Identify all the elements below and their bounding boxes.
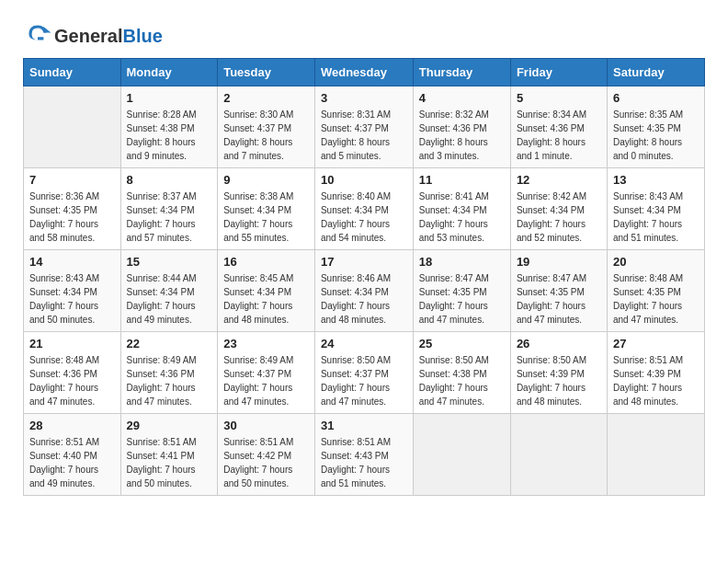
- weekday-header: Monday: [120, 59, 218, 86]
- calendar-cell: [413, 414, 510, 496]
- day-number: 15: [127, 255, 212, 269]
- day-info: Sunrise: 8:45 AMSunset: 4:34 PMDaylight:…: [223, 271, 309, 327]
- calendar-cell: 16Sunrise: 8:45 AMSunset: 4:34 PMDayligh…: [218, 250, 315, 332]
- day-info: Sunrise: 8:43 AMSunset: 4:34 PMDaylight:…: [29, 271, 115, 327]
- day-number: 25: [419, 337, 505, 350]
- day-info: Sunrise: 8:40 AMSunset: 4:34 PMDaylight:…: [321, 190, 407, 245]
- calendar-cell: 3Sunrise: 8:31 AMSunset: 4:37 PMDaylight…: [314, 86, 413, 168]
- day-info: Sunrise: 8:46 AMSunset: 4:34 PMDaylight:…: [321, 271, 407, 327]
- calendar-cell: 11Sunrise: 8:41 AMSunset: 4:34 PMDayligh…: [413, 168, 510, 250]
- day-number: 19: [517, 255, 601, 269]
- day-number: 26: [517, 337, 601, 350]
- day-info: Sunrise: 8:50 AMSunset: 4:39 PMDaylight:…: [517, 353, 601, 408]
- logo-text: GeneralBlue: [54, 26, 163, 46]
- calendar-cell: 4Sunrise: 8:32 AMSunset: 4:36 PMDaylight…: [413, 86, 510, 168]
- day-info: Sunrise: 8:44 AMSunset: 4:34 PMDaylight:…: [127, 271, 212, 327]
- day-info: Sunrise: 8:51 AMSunset: 4:39 PMDaylight:…: [613, 353, 699, 408]
- calendar-cell: 21Sunrise: 8:48 AMSunset: 4:36 PMDayligh…: [24, 332, 121, 414]
- calendar-cell: 31Sunrise: 8:51 AMSunset: 4:43 PMDayligh…: [314, 414, 413, 496]
- day-info: Sunrise: 8:35 AMSunset: 4:35 PMDaylight:…: [613, 108, 699, 163]
- day-number: 21: [29, 337, 115, 350]
- calendar-week-row: 21Sunrise: 8:48 AMSunset: 4:36 PMDayligh…: [24, 332, 705, 414]
- weekday-header: Thursday: [413, 59, 510, 86]
- day-number: 31: [321, 419, 407, 432]
- day-number: 1: [127, 91, 212, 105]
- calendar-cell: 7Sunrise: 8:36 AMSunset: 4:35 PMDaylight…: [24, 168, 121, 250]
- day-info: Sunrise: 8:32 AMSunset: 4:36 PMDaylight:…: [419, 108, 505, 163]
- calendar-cell: 22Sunrise: 8:49 AMSunset: 4:36 PMDayligh…: [120, 332, 218, 414]
- weekday-header: Friday: [510, 59, 607, 86]
- day-info: Sunrise: 8:50 AMSunset: 4:37 PMDaylight:…: [321, 353, 407, 408]
- day-info: Sunrise: 8:51 AMSunset: 4:41 PMDaylight:…: [127, 435, 212, 490]
- weekday-header: Saturday: [607, 59, 704, 86]
- day-info: Sunrise: 8:41 AMSunset: 4:34 PMDaylight:…: [419, 190, 505, 245]
- calendar-cell: 14Sunrise: 8:43 AMSunset: 4:34 PMDayligh…: [24, 250, 121, 332]
- day-number: 30: [223, 419, 309, 432]
- day-info: Sunrise: 8:48 AMSunset: 4:36 PMDaylight:…: [29, 353, 115, 408]
- calendar-cell: 29Sunrise: 8:51 AMSunset: 4:41 PMDayligh…: [120, 414, 218, 496]
- logo: GeneralBlue: [23, 23, 163, 49]
- day-info: Sunrise: 8:51 AMSunset: 4:43 PMDaylight:…: [321, 435, 407, 490]
- calendar-cell: 6Sunrise: 8:35 AMSunset: 4:35 PMDaylight…: [607, 86, 704, 168]
- day-info: Sunrise: 8:50 AMSunset: 4:38 PMDaylight:…: [419, 353, 505, 408]
- calendar-cell: 27Sunrise: 8:51 AMSunset: 4:39 PMDayligh…: [607, 332, 704, 414]
- calendar-cell: 1Sunrise: 8:28 AMSunset: 4:38 PMDaylight…: [120, 86, 218, 168]
- day-info: Sunrise: 8:49 AMSunset: 4:36 PMDaylight:…: [127, 353, 212, 408]
- calendar-cell: 28Sunrise: 8:51 AMSunset: 4:40 PMDayligh…: [24, 414, 121, 496]
- calendar-cell: 26Sunrise: 8:50 AMSunset: 4:39 PMDayligh…: [510, 332, 607, 414]
- day-number: 2: [223, 91, 309, 105]
- day-number: 8: [127, 173, 212, 187]
- day-info: Sunrise: 8:37 AMSunset: 4:34 PMDaylight:…: [127, 190, 212, 245]
- calendar-cell: 5Sunrise: 8:34 AMSunset: 4:36 PMDaylight…: [510, 86, 607, 168]
- calendar-cell: 20Sunrise: 8:48 AMSunset: 4:35 PMDayligh…: [607, 250, 704, 332]
- calendar-week-row: 1Sunrise: 8:28 AMSunset: 4:38 PMDaylight…: [24, 86, 705, 168]
- calendar-cell: 15Sunrise: 8:44 AMSunset: 4:34 PMDayligh…: [120, 250, 218, 332]
- calendar-cell: 24Sunrise: 8:50 AMSunset: 4:37 PMDayligh…: [314, 332, 413, 414]
- calendar-week-row: 14Sunrise: 8:43 AMSunset: 4:34 PMDayligh…: [24, 250, 705, 332]
- day-number: 4: [419, 91, 505, 105]
- day-info: Sunrise: 8:43 AMSunset: 4:34 PMDaylight:…: [613, 190, 699, 245]
- svg-marker-0: [43, 27, 51, 32]
- day-number: 9: [223, 173, 309, 187]
- day-number: 27: [613, 337, 699, 350]
- calendar-cell: [510, 414, 607, 496]
- day-number: 10: [321, 173, 407, 187]
- day-number: 13: [613, 173, 699, 187]
- page-header: GeneralBlue: [23, 18, 705, 49]
- calendar-cell: 2Sunrise: 8:30 AMSunset: 4:37 PMDaylight…: [218, 86, 315, 168]
- day-number: 23: [223, 337, 309, 350]
- day-info: Sunrise: 8:47 AMSunset: 4:35 PMDaylight:…: [517, 271, 601, 327]
- day-info: Sunrise: 8:51 AMSunset: 4:40 PMDaylight:…: [29, 435, 115, 490]
- day-number: 24: [321, 337, 407, 350]
- day-info: Sunrise: 8:31 AMSunset: 4:37 PMDaylight:…: [321, 108, 407, 163]
- calendar-cell: 12Sunrise: 8:42 AMSunset: 4:34 PMDayligh…: [510, 168, 607, 250]
- weekday-header: Sunday: [24, 59, 121, 86]
- calendar-cell: 8Sunrise: 8:37 AMSunset: 4:34 PMDaylight…: [120, 168, 218, 250]
- calendar-cell: [607, 414, 704, 496]
- weekday-header: Tuesday: [218, 59, 315, 86]
- day-info: Sunrise: 8:36 AMSunset: 4:35 PMDaylight:…: [29, 190, 115, 245]
- calendar-cell: 25Sunrise: 8:50 AMSunset: 4:38 PMDayligh…: [413, 332, 510, 414]
- calendar-table: SundayMondayTuesdayWednesdayThursdayFrid…: [23, 58, 705, 496]
- day-number: 28: [29, 419, 115, 432]
- day-number: 6: [613, 91, 699, 105]
- day-info: Sunrise: 8:42 AMSunset: 4:34 PMDaylight:…: [517, 190, 601, 245]
- day-number: 18: [419, 255, 505, 269]
- weekday-header: Wednesday: [314, 59, 413, 86]
- calendar-cell: 10Sunrise: 8:40 AMSunset: 4:34 PMDayligh…: [314, 168, 413, 250]
- day-number: 20: [613, 255, 699, 269]
- day-info: Sunrise: 8:49 AMSunset: 4:37 PMDaylight:…: [223, 353, 309, 408]
- calendar-cell: 19Sunrise: 8:47 AMSunset: 4:35 PMDayligh…: [510, 250, 607, 332]
- day-info: Sunrise: 8:28 AMSunset: 4:38 PMDaylight:…: [127, 108, 212, 163]
- calendar-week-row: 7Sunrise: 8:36 AMSunset: 4:35 PMDaylight…: [24, 168, 705, 250]
- day-info: Sunrise: 8:38 AMSunset: 4:34 PMDaylight:…: [223, 190, 309, 245]
- calendar-cell: 13Sunrise: 8:43 AMSunset: 4:34 PMDayligh…: [607, 168, 704, 250]
- calendar-cell: 30Sunrise: 8:51 AMSunset: 4:42 PMDayligh…: [218, 414, 315, 496]
- day-info: Sunrise: 8:34 AMSunset: 4:36 PMDaylight:…: [517, 108, 601, 163]
- day-number: 17: [321, 255, 407, 269]
- day-number: 16: [223, 255, 309, 269]
- day-number: 22: [127, 337, 212, 350]
- day-number: 7: [29, 173, 115, 187]
- calendar-cell: 9Sunrise: 8:38 AMSunset: 4:34 PMDaylight…: [218, 168, 315, 250]
- calendar-cell: [24, 86, 121, 168]
